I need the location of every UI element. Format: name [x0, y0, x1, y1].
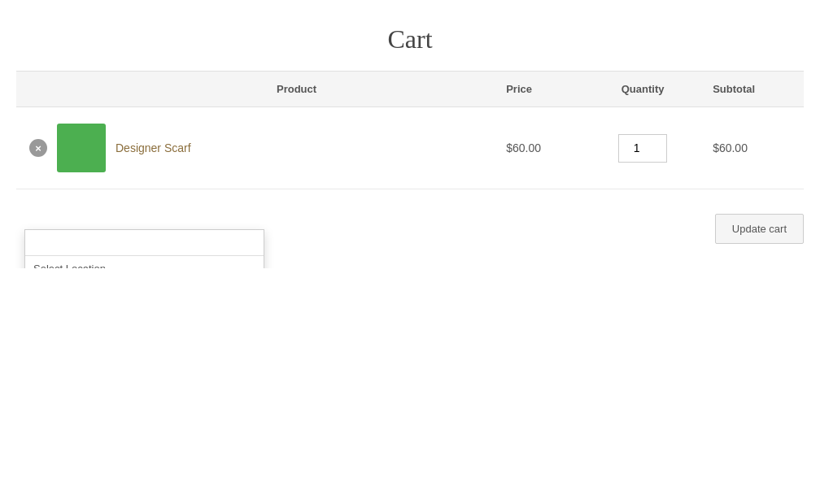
col-header-subtotal: Subtotal — [700, 72, 804, 107]
location-dropdown: Select Location Tyche Softwares, Road no… — [24, 229, 264, 268]
product-cell: × Designer Scarf — [16, 107, 493, 189]
col-header-product: Product — [16, 72, 493, 107]
location-search-input[interactable] — [25, 230, 264, 256]
location-select-label: Select Location — [25, 256, 264, 268]
quantity-cell — [586, 107, 700, 189]
col-header-price: Price — [493, 72, 586, 107]
product-image — [57, 124, 106, 172]
product-link[interactable]: Designer Scarf — [116, 141, 191, 154]
product-subtotal: $60.00 — [700, 107, 804, 189]
remove-product-button[interactable]: × — [29, 139, 47, 157]
update-cart-button[interactable]: Update cart — [715, 214, 804, 244]
col-header-quantity: Quantity — [586, 72, 700, 107]
product-price: $60.00 — [493, 107, 586, 189]
quantity-input[interactable] — [618, 134, 667, 163]
page-title: Cart — [16, 0, 804, 71]
cart-table: Product Price Quantity Subtotal × Design… — [16, 71, 804, 189]
table-row: × Designer Scarf $60.00 $60.00 — [16, 107, 804, 189]
product-name: Designer Scarf — [116, 141, 191, 154]
